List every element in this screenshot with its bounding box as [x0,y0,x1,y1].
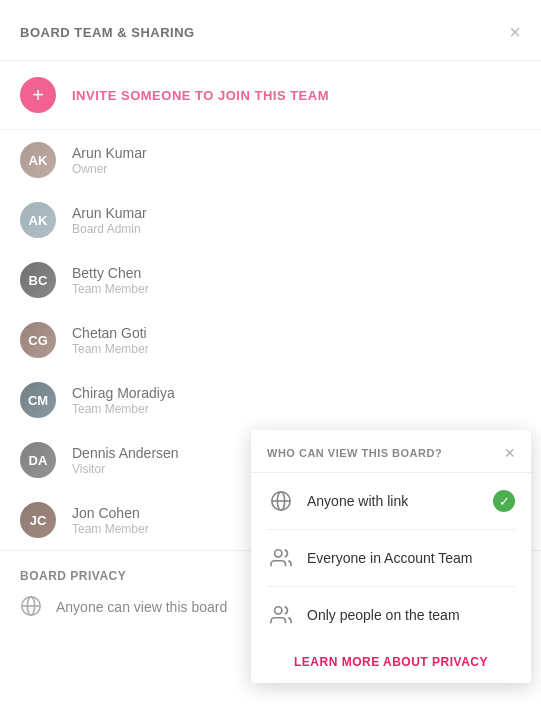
dropdown-item-label: Only people on the team [307,607,515,623]
board-team-sharing-panel: BOARD TEAM & SHARING × + INVITE SOMEONE … [0,0,541,715]
svg-point-7 [275,607,282,614]
dropdown-item-anyone-link[interactable]: Anyone with link ✓ [251,473,531,529]
dropdown-item-only-team[interactable]: Only people on the team [251,587,531,643]
dropdown-header: WHO CAN VIEW THIS BOARD? × [251,430,531,473]
dropdown-title: WHO CAN VIEW THIS BOARD? [267,447,442,459]
learn-more-privacy-link[interactable]: LEARN MORE ABOUT PRIVACY [251,643,531,675]
dropdown-item-label: Everyone in Account Team [307,550,515,566]
group-icon [267,544,295,572]
dropdown-item-account-team[interactable]: Everyone in Account Team [251,530,531,586]
selected-check-icon: ✓ [493,490,515,512]
who-can-view-dropdown: WHO CAN VIEW THIS BOARD? × Anyone with l… [251,430,531,683]
svg-point-6 [275,550,282,557]
globe-icon [267,487,295,515]
dropdown-close-button[interactable]: × [504,444,515,462]
dropdown-item-label: Anyone with link [307,493,493,509]
team-icon [267,601,295,629]
